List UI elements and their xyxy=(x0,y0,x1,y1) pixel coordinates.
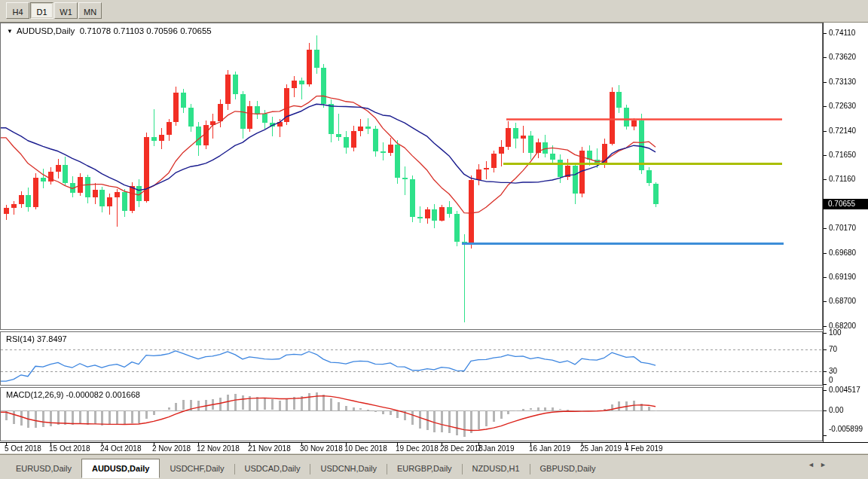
bottom-tab-eurusd-daily[interactable]: EURUSD,Daily xyxy=(6,460,81,478)
bottom-tab-usdchf-daily[interactable]: USDCHF,Daily xyxy=(160,460,234,478)
timeframe-button-mn[interactable]: MN xyxy=(78,2,102,19)
chart-canvas[interactable] xyxy=(0,0,868,479)
chart-tabs: EURUSD,DailyAUDUSD,DailyUSDCHF,DailyUSDC… xyxy=(6,460,606,478)
timeframe-button-d1[interactable]: D1 xyxy=(30,2,53,19)
timeframe-toolbar: H4 D1 W1 MN xyxy=(0,0,868,23)
tab-scroll-left-icon[interactable]: ◄ xyxy=(808,461,815,468)
chart-tab-bar: EURUSD,DailyAUDUSD,DailyUSDCHF,DailyUSDC… xyxy=(0,454,868,479)
tab-scroll-right-icon[interactable]: ► xyxy=(820,461,827,468)
bottom-tab-nzdusd-h1[interactable]: NZDUSD,H1 xyxy=(463,460,530,478)
timeframe-button-w1[interactable]: W1 xyxy=(54,2,78,19)
bottom-tab-usdcad-daily[interactable]: USDCAD,Daily xyxy=(235,460,310,478)
trading-terminal: H4 D1 W1 MN ▼AUDUSD,Daily 0.71078 0.7110… xyxy=(0,0,868,479)
bottom-tab-audusd-daily[interactable]: AUDUSD,Daily xyxy=(81,459,160,478)
bottom-tab-usdcnh-daily[interactable]: USDCNH,Daily xyxy=(310,460,387,478)
timeframe-button-h4[interactable]: H4 xyxy=(6,2,29,19)
bottom-tab-eurgbp-daily[interactable]: EURGBP,Daily xyxy=(387,460,462,478)
bottom-tab-gbpusd-daily[interactable]: GBPUSD,Daily xyxy=(530,460,606,478)
